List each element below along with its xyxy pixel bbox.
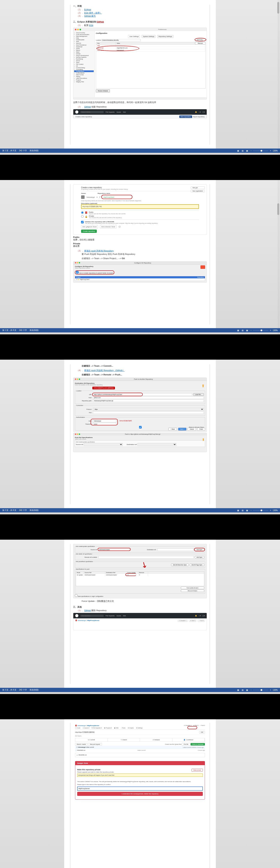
tab-pulse[interactable]: ~ Pulse [121,727,125,729]
location-input[interactable] [102,39,141,41]
tab-settings[interactable]: ⚙ Settings [136,727,143,729]
host-input[interactable] [93,396,204,399]
all-tags-button[interactable]: Add All Tags Spec [190,564,204,566]
tab-user[interactable]: User Settings [128,35,140,38]
remove-button[interactable]: Remove [195,42,206,44]
zoom-slider[interactable] [253,151,268,151]
avatar-icon[interactable]: ▢▾ [203,111,205,113]
finish-button[interactable]: Finish [197,428,205,431]
new-pr-button[interactable]: New pull request [88,743,102,746]
delete-repo-button[interactable]: I understand the consequences, delete th… [77,792,203,796]
caption-1: 这两个信息会在你提交代码的时候，自动提取这些信息，和代码一起发送到 Git 远程… [73,101,207,104]
private-radio[interactable] [81,215,84,218]
github-search[interactable] [80,111,104,113]
github-logo-icon[interactable] [75,614,79,617]
branch-select[interactable]: Branch: master [75,743,88,746]
highlight-label-1: GitHub创建的Repository原样粘贴 [92,387,115,390]
protocol-select[interactable]: https [93,408,204,411]
page-1: 一、环境 （1）、Eclipse （2）、EGit 插件（自带） （3）、Git… [0,0,280,155]
tab-repo[interactable]: Repository Settings [157,35,173,38]
create-repo-title: Create a new repository [75,116,92,118]
scrollbar[interactable] [278,0,280,155]
step-2: （2）、GitHub 创建 Repository [76,105,207,108]
confirm-repo-input[interactable] [77,786,203,790]
private-heading: Private [73,242,207,245]
view-icon[interactable]: ▤ [242,150,244,152]
create-repo-button[interactable]: Create repository [81,229,97,233]
highlight-ring [187,726,197,729]
figure-github-repo: Pull requestsIssuesGist 🔔＋▾▢▾ ⊙ Unwatch … [73,613,207,630]
restore-button[interactable]: Restore Defaults [96,89,110,92]
pref-sidebar[interactable]: Cloud FoundryCode RecommendersData Manag… [73,31,95,97]
public-heading: Public [73,236,207,238]
view-icon[interactable]: ▣ [246,150,248,152]
public-text: 免费，但任何人都能看 [73,238,207,241]
repo-icon: 📕 [85,211,88,214]
figure-repo-settings: ⊙ Unwatch 1★ Star 0⑂ Fork 0 📕 hekewangzi… [73,723,207,802]
env-item-2: （2）、EGit 插件（自带） [76,11,207,14]
section-3-title: 三、其他 [73,606,207,609]
tab-prs[interactable]: ⎘ Pull requests 0 [92,727,102,729]
page-2: New gistNew organization Create a new re… [0,180,280,334]
git-logo-icon [200,266,205,269]
save-config-check[interactable] [75,594,77,597]
init-readme-check[interactable] [81,221,84,223]
zoom-out[interactable]: − [251,150,252,152]
status-bar-3: 第 2 页，共 8 页242 个字英语(美国) ▦▤▣−＋130% [0,508,280,513]
env-item-3: （3）、GitHub 账号 [76,14,207,18]
cancel-button[interactable]: Cancel [188,428,196,431]
figure-github-header: Pull requestsIssuesGist 🔔＋▾▢▾ Create a n… [73,109,207,118]
arrow-icon: ⬆ [201,383,205,388]
highlight-ring-2 [195,38,206,41]
figure-push-dialog: Push to Another Repository Destination G… [73,377,207,432]
next-button[interactable]: Next > [178,428,186,431]
add-spec-button-2[interactable]: Add Spec [195,556,204,559]
parent-folder-check[interactable] [76,271,79,274]
port-input[interactable] [93,411,204,414]
owner-avatar[interactable] [81,195,85,199]
source-ref-select[interactable] [84,443,123,446]
view-icon[interactable]: ▦ [237,150,239,152]
description-input[interactable]: Http/Https代理服务器客户端 [81,204,199,209]
all-branches-button[interactable]: Add All Branches Spec [171,564,188,566]
status-bar-4: 第 3 页，共 8 页242 个字英语(美国) ▦▤▣−＋130% [0,688,280,692]
tab-system[interactable]: System Settings [142,35,156,38]
force-all-button[interactable]: Force update all specs [181,587,204,589]
new-repo-button[interactable]: New repository [179,116,192,118]
clone-button[interactable]: Clone or download [191,743,205,746]
dest-ref-select[interactable] [137,443,176,446]
figure-push-specs: Add create/update specification Source r… [73,544,207,598]
push-path: 右键项目 --> Team --> Remote --> Push... [82,373,207,376]
dest-ref-input[interactable] [157,549,194,551]
repo-path-input[interactable] [93,400,204,402]
info-icon[interactable]: ⓘ [119,225,121,228]
s3-step-1: （1）、GitHub 删除 Repository [76,609,207,612]
lang-indicator[interactable]: 英语(美国) [30,149,39,152]
github-search[interactable] [80,615,104,617]
private-text: 要收费 [73,245,207,248]
edit-button[interactable]: Edit [199,731,205,734]
local-file-button[interactable]: Local File ... [193,393,204,396]
github-logo-icon[interactable] [75,111,79,114]
remote-ref-input[interactable] [98,556,194,559]
step-4: （4）、将项目 push 到远程 Repository（GitHub） [76,369,207,372]
zoom-in[interactable]: ＋ [270,149,272,152]
tab-graphs[interactable]: ⊞ Graphs [128,727,134,729]
tab-projects[interactable]: ▤ Projects 0 [104,727,112,729]
tab-code[interactable]: <> Code [75,727,80,729]
plus-icon[interactable]: ＋▾ [198,111,201,113]
tab-issues[interactable]: ⊙ Issues 0 [83,727,89,729]
document-page-3: 右键项目 --> Team --> Commit... （4）、将项目 push… [64,360,216,508]
lock-icon: 🔒 [85,215,88,218]
step-3-sub: 要 Push 到远程 Repository 得先 Push 到本地 Reposi… [82,252,207,256]
remove-all-button[interactable]: Remove All Specs [181,590,204,592]
scrollbar[interactable] [278,180,280,334]
make-private-button[interactable]: Make private [191,769,203,772]
back-button[interactable]: < Back [168,428,177,431]
github-link[interactable]: GitHub [97,21,104,23]
section-2-title: 二、Eclipse 共享项目到 GitHub [73,21,207,23]
page-3: 右键项目 --> Team --> Commit... （4）、将项目 push… [0,360,280,515]
public-radio[interactable] [81,211,84,214]
tab-wiki[interactable]: ▦ Wiki [114,727,118,729]
bell-icon[interactable]: 🔔 [195,111,197,113]
